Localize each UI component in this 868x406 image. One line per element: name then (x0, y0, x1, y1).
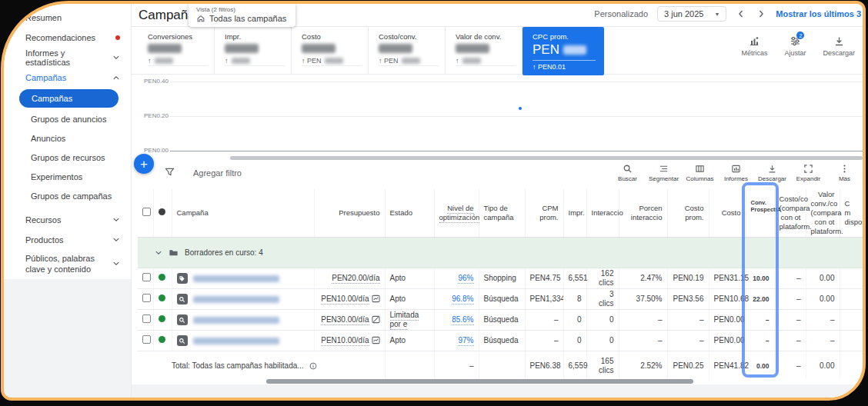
sidebar-subitem-grupos-anuncios[interactable]: Grupos de anuncios (4, 109, 131, 128)
sidebar-subitem-label: Grupos de anuncios (31, 115, 106, 124)
sidebar-item-recursos[interactable]: Recursos (4, 210, 131, 230)
adjust-button[interactable]: 2 Ajustar (784, 35, 806, 57)
row-checkbox[interactable] (142, 294, 151, 302)
scorecard-label: Impr. (225, 32, 291, 41)
cost-value: PEN31.15 (709, 268, 746, 289)
campaign-name-redacted[interactable] (193, 317, 279, 324)
table-row[interactable]: PEN30.00/día Limitada por e 85.6% Búsque… (138, 310, 863, 331)
sidebar-item-campanas[interactable]: Campañas (4, 68, 131, 88)
status-limited-value[interactable]: Limitada por e (390, 311, 419, 330)
table-download-button[interactable]: Descargar (754, 164, 790, 182)
chevron-up-icon (112, 74, 120, 82)
conv-prospectia-value: 22.00 (746, 289, 774, 310)
interaction-rate-value: – (619, 331, 667, 351)
value-compared-value: 0.00 (806, 268, 840, 289)
column-header-conv-prospectia[interactable]: Conv. ProspectIA (746, 188, 774, 238)
optimization-score-link[interactable]: 96.8% (452, 295, 473, 304)
column-header-nivel[interactable]: Nivel de optimización (434, 188, 479, 238)
delta-arrow: ↑ (456, 57, 459, 65)
scorecard-label: Valor de conv. (456, 32, 522, 41)
sidebar-item-productos[interactable]: Productos (4, 230, 131, 250)
filter-funnel-icon[interactable] (165, 167, 175, 177)
column-header-cpm[interactable]: CPM prom. (525, 188, 563, 238)
sidebar-subitem-campanas-active[interactable]: Campañas (19, 89, 119, 108)
column-header-interacciones[interactable]: Interaccio (586, 188, 619, 238)
column-header-porcentaje[interactable]: Porcen interaccio (619, 188, 667, 238)
optimization-score-link[interactable]: 97% (458, 336, 473, 346)
status-filter-dot-icon[interactable] (159, 208, 165, 215)
column-header-valor-comparado[interactable]: Valor conv./co (compara con ot plataform… (806, 188, 840, 238)
row-checkbox[interactable] (142, 314, 151, 323)
previous-period-button[interactable] (736, 8, 746, 19)
optimization-score-link[interactable]: 96% (458, 274, 473, 284)
scorecard-label: Costo/conv. (379, 32, 445, 41)
action-label: Ajustar (784, 49, 806, 57)
select-all-checkbox[interactable] (142, 208, 151, 216)
column-header-campana[interactable]: Campaña (172, 188, 314, 238)
chevron-down-icon (112, 54, 120, 62)
expand-icon (803, 164, 813, 174)
more-button[interactable]: Más (826, 164, 863, 182)
next-period-button[interactable] (756, 8, 766, 19)
budget-value[interactable]: PEN20.00/día (332, 274, 379, 284)
info-icon[interactable] (309, 362, 317, 370)
conv-prospectia-value: 10.00 (746, 268, 774, 289)
view-selector[interactable]: Vista (2 filtros) Todas las campañas (189, 4, 295, 27)
campaign-name-redacted[interactable] (193, 275, 279, 282)
budget-value[interactable]: PEN30.00/día (321, 315, 369, 325)
metrics-button[interactable]: Métricas (741, 35, 767, 57)
row-checkbox[interactable] (142, 273, 151, 281)
sidebar-item-recomendaciones[interactable]: Recomendaciones (4, 28, 131, 48)
reports-button[interactable]: Informes (718, 164, 754, 182)
budget-value[interactable]: PEN10.00/día (321, 336, 369, 346)
drafts-group-row[interactable]: Borradores en curso: 4 (138, 238, 863, 268)
chart-data-point[interactable] (519, 107, 522, 110)
toolbar-label: Buscar (618, 175, 637, 182)
sidebar-subitem-grupos-recursos[interactable]: Grupos de recursos (4, 148, 131, 167)
shopping-campaign-icon (177, 273, 188, 284)
row-checkbox[interactable] (142, 335, 151, 344)
column-header-costo-prom[interactable]: Costo prom. (667, 188, 709, 238)
column-header-impr[interactable]: Impr. (563, 188, 586, 238)
sidebar-item-label: Informes y estadísticas (25, 48, 108, 67)
sidebar-item-label: Recursos (25, 215, 61, 225)
column-header-estado[interactable]: Estado (385, 188, 434, 238)
download-button[interactable]: Descargar (823, 35, 855, 57)
sidebar-item-resumen[interactable]: Resumen (4, 8, 131, 28)
sidebar-subitem-grupos-campanas[interactable]: Grupos de campañas (4, 186, 131, 205)
scorecard-costo[interactable]: Costo ↑ PEN (292, 27, 369, 75)
campaign-name-redacted[interactable] (193, 338, 279, 344)
date-picker[interactable]: 3 jun 2025 ▼ (657, 6, 726, 22)
column-header-tipo[interactable]: Tipo de campaña (479, 188, 525, 238)
sidebar-item-informes[interactable]: Informes y estadísticas (4, 48, 131, 68)
table-row[interactable]: PEN20.00/día Apto 96% Shopping PEN4.75 6… (138, 268, 863, 289)
column-header-presupuesto[interactable]: Presupuesto (314, 188, 385, 238)
optimization-score-link[interactable]: 85.6% (452, 315, 473, 325)
download-icon (767, 164, 777, 174)
columns-button[interactable]: Columnas (682, 164, 718, 182)
sidebar-subitem-anuncios[interactable]: Anuncios (4, 128, 131, 148)
expand-button[interactable]: Expandir (790, 164, 826, 182)
budget-value[interactable]: PEN10.00/día (321, 295, 369, 304)
table-row[interactable]: PEN10.00/día Apto 97% Búsqueda – 0 0 – –… (138, 331, 863, 351)
column-header-costo[interactable]: Costo (709, 188, 746, 238)
scorecard-cpc-prom-selected[interactable]: CPC prom. PEN ↑ PEN0.01 (522, 27, 604, 75)
segment-button[interactable]: Segmentar (646, 164, 682, 182)
chart-scrollbar[interactable] (230, 156, 863, 160)
caret-down-icon: ▼ (714, 12, 719, 17)
sidebar-item-publicos[interactable]: Públicos, palabras clave y contenido (4, 250, 131, 278)
show-last-link[interactable]: Mostrar los últimos 3 (776, 9, 861, 18)
add-filter-button[interactable]: Agregar filtro (193, 168, 242, 178)
scorecard-costo-conv[interactable]: Costo/conv. ↑ PEN (369, 27, 446, 75)
scorecard-impresiones[interactable]: Impr. ↑ (215, 27, 292, 75)
scorecard-conversiones[interactable]: Conversiones ↑ (138, 27, 215, 75)
campaign-name-redacted[interactable] (193, 296, 279, 303)
new-campaign-fab[interactable]: + (134, 154, 154, 174)
horizontal-scrollbar[interactable] (266, 379, 693, 384)
search-button[interactable]: Buscar (609, 164, 646, 182)
table-row[interactable]: PEN10.00/día Apto 96.8% Búsqueda PEN1,33… (138, 289, 863, 310)
chevron-down-icon[interactable] (155, 249, 162, 257)
sidebar-subitem-experimentos[interactable]: Experimentos (4, 167, 131, 186)
redacted-value (302, 44, 336, 53)
scorecard-valor-conv[interactable]: Valor de conv. ↑ (446, 27, 522, 75)
